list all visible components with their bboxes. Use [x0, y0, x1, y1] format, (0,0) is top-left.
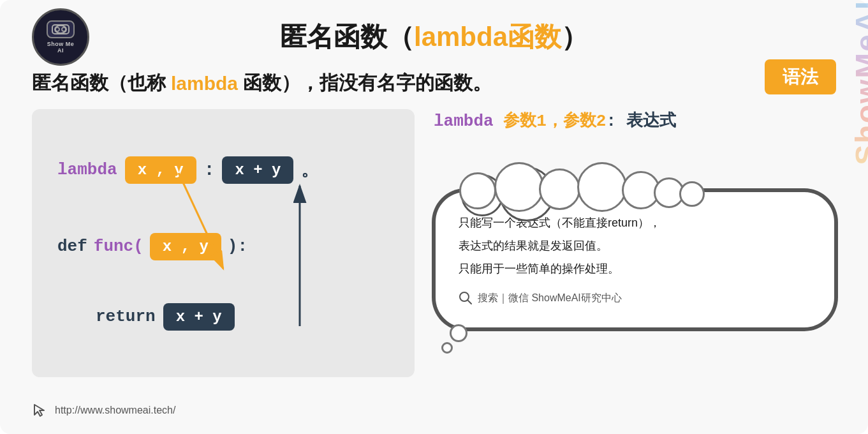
- subtitle-row: 匿名函数（也称lambda函数），指没有名字的函数。 语法: [32, 70, 836, 109]
- watermark: ShowMeAI: [849, 0, 868, 255]
- cloud-bump7: [679, 181, 705, 207]
- cursor-icon: [32, 402, 48, 419]
- page-title: 匿名函数（lambda函数）: [280, 19, 588, 55]
- cloud-line3: 只能用于一些简单的操作处理。: [459, 257, 811, 280]
- left-panel: lambda x , y : x + y 。 def func( x , y )…: [32, 109, 415, 377]
- logo-text: Show Me: [47, 41, 75, 47]
- cloud-bump1: [459, 172, 496, 209]
- title-part2: ）: [561, 22, 588, 52]
- title-lambda: lambda函数: [414, 22, 561, 52]
- content-area: lambda x , y : x + y 。 def func( x , y )…: [32, 109, 836, 377]
- search-text: 搜索｜微信 ShowMeAI研究中心: [478, 288, 622, 308]
- cloud-line2: 表达式的结果就是发返回值。: [459, 234, 811, 257]
- subtitle-lambda: lambda: [171, 73, 238, 94]
- header: Show Me AI 匿名函数（lambda函数）: [32, 19, 836, 55]
- right-panel: lambda 参数1，参数2: 表达式 只能写一个表达式（不能直接return）…: [434, 109, 836, 377]
- subtitle: 匿名函数（也称lambda函数），指没有名字的函数。: [32, 70, 492, 96]
- cloud-body: 只能写一个表达式（不能直接return）， 表达式的结果就是发返回值。 只能用于…: [434, 190, 836, 329]
- subtitle-part2: 函数），指没有名字的函数。: [243, 70, 492, 96]
- subtitle-part1: 匿名函数（也称: [32, 70, 166, 96]
- cloud-container: 只能写一个表达式（不能直接return）， 表达式的结果就是发返回值。 只能用于…: [434, 142, 836, 377]
- svg-line-6: [467, 300, 471, 304]
- svg-point-1: [55, 27, 59, 31]
- syntax-badge-label: 语法: [765, 59, 836, 94]
- logo: Show Me AI: [32, 8, 89, 66]
- syntax-comma: ，: [547, 112, 563, 131]
- cloud-bump2: [494, 162, 544, 212]
- cloud-bump4: [577, 162, 627, 212]
- search-icon: [459, 291, 473, 305]
- search-bar: 搜索｜微信 ShowMeAI研究中心: [459, 288, 811, 308]
- arrows-svg: [32, 109, 415, 377]
- footer-url: http://www.showmeai.tech/: [55, 405, 175, 416]
- footer: http://www.showmeai.tech/: [32, 402, 175, 419]
- syntax-param2: 参数2: [563, 112, 607, 131]
- cloud-line1: 只能写一个表达式（不能直接return），: [459, 211, 811, 234]
- main-page: Show Me AI 匿名函数（lambda函数） 匿名函数（也称lambda函…: [0, 0, 868, 434]
- cloud-wrapper: 只能写一个表达式（不能直接return）， 表达式的结果就是发返回值。 只能用于…: [434, 190, 836, 329]
- cloud-tail1: [450, 324, 467, 342]
- title-part1: 匿名函数（: [280, 22, 414, 52]
- syntax-expr: 表达式: [626, 112, 676, 131]
- svg-rect-0: [52, 25, 69, 34]
- svg-point-2: [62, 27, 66, 31]
- logo-icon: [47, 20, 75, 38]
- cloud-tail2: [441, 342, 453, 354]
- watermark-text: ShowMeAI: [849, 0, 868, 165]
- logo-subtext: AI: [57, 47, 64, 54]
- syntax-display: lambda 参数1，参数2: 表达式: [434, 109, 836, 131]
- syntax-lambda: lambda: [434, 112, 503, 131]
- syntax-colon: :: [606, 112, 626, 131]
- syntax-param1: 参数1: [503, 112, 547, 131]
- syntax-badge: 语法: [765, 65, 836, 89]
- cloud-bump3: [539, 168, 580, 210]
